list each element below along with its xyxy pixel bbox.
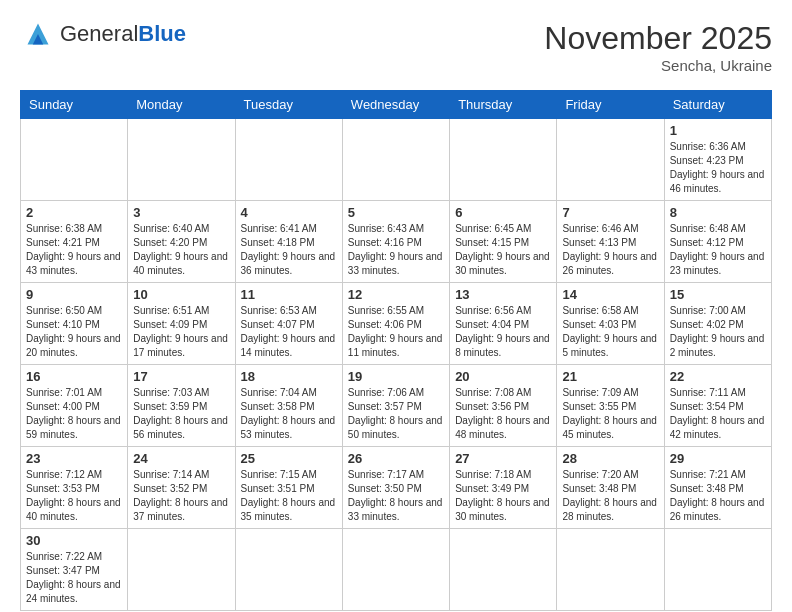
calendar-cell (450, 119, 557, 201)
calendar-cell: 13Sunrise: 6:56 AM Sunset: 4:04 PM Dayli… (450, 283, 557, 365)
day-info: Sunrise: 7:04 AM Sunset: 3:58 PM Dayligh… (241, 386, 337, 442)
calendar-cell: 29Sunrise: 7:21 AM Sunset: 3:48 PM Dayli… (664, 447, 771, 529)
title-block: November 2025 Sencha, Ukraine (544, 20, 772, 74)
weekday-header-friday: Friday (557, 91, 664, 119)
day-number: 6 (455, 205, 551, 220)
calendar-cell (557, 119, 664, 201)
day-number: 11 (241, 287, 337, 302)
calendar-cell: 19Sunrise: 7:06 AM Sunset: 3:57 PM Dayli… (342, 365, 449, 447)
day-info: Sunrise: 6:40 AM Sunset: 4:20 PM Dayligh… (133, 222, 229, 278)
page-header: GeneralBlue November 2025 Sencha, Ukrain… (20, 20, 772, 74)
calendar-cell: 25Sunrise: 7:15 AM Sunset: 3:51 PM Dayli… (235, 447, 342, 529)
day-info: Sunrise: 6:58 AM Sunset: 4:03 PM Dayligh… (562, 304, 658, 360)
calendar-cell: 27Sunrise: 7:18 AM Sunset: 3:49 PM Dayli… (450, 447, 557, 529)
weekday-header-sunday: Sunday (21, 91, 128, 119)
day-info: Sunrise: 7:09 AM Sunset: 3:55 PM Dayligh… (562, 386, 658, 442)
day-number: 12 (348, 287, 444, 302)
calendar-week-row: 9Sunrise: 6:50 AM Sunset: 4:10 PM Daylig… (21, 283, 772, 365)
day-info: Sunrise: 7:08 AM Sunset: 3:56 PM Dayligh… (455, 386, 551, 442)
day-info: Sunrise: 7:17 AM Sunset: 3:50 PM Dayligh… (348, 468, 444, 524)
day-info: Sunrise: 6:45 AM Sunset: 4:15 PM Dayligh… (455, 222, 551, 278)
day-number: 4 (241, 205, 337, 220)
calendar-cell: 7Sunrise: 6:46 AM Sunset: 4:13 PM Daylig… (557, 201, 664, 283)
calendar-week-row: 30Sunrise: 7:22 AM Sunset: 3:47 PM Dayli… (21, 529, 772, 611)
day-info: Sunrise: 7:21 AM Sunset: 3:48 PM Dayligh… (670, 468, 766, 524)
calendar-cell: 15Sunrise: 7:00 AM Sunset: 4:02 PM Dayli… (664, 283, 771, 365)
calendar-cell: 23Sunrise: 7:12 AM Sunset: 3:53 PM Dayli… (21, 447, 128, 529)
day-number: 20 (455, 369, 551, 384)
calendar-cell: 6Sunrise: 6:45 AM Sunset: 4:15 PM Daylig… (450, 201, 557, 283)
calendar-cell (342, 119, 449, 201)
day-number: 30 (26, 533, 122, 548)
day-number: 24 (133, 451, 229, 466)
calendar-week-row: 23Sunrise: 7:12 AM Sunset: 3:53 PM Dayli… (21, 447, 772, 529)
calendar-week-row: 2Sunrise: 6:38 AM Sunset: 4:21 PM Daylig… (21, 201, 772, 283)
day-number: 5 (348, 205, 444, 220)
day-number: 15 (670, 287, 766, 302)
calendar-cell: 10Sunrise: 6:51 AM Sunset: 4:09 PM Dayli… (128, 283, 235, 365)
day-info: Sunrise: 7:00 AM Sunset: 4:02 PM Dayligh… (670, 304, 766, 360)
day-number: 7 (562, 205, 658, 220)
location-subtitle: Sencha, Ukraine (544, 57, 772, 74)
logo-icon (20, 20, 56, 48)
day-number: 26 (348, 451, 444, 466)
day-number: 14 (562, 287, 658, 302)
calendar-cell: 20Sunrise: 7:08 AM Sunset: 3:56 PM Dayli… (450, 365, 557, 447)
day-number: 19 (348, 369, 444, 384)
calendar-cell (128, 529, 235, 611)
day-number: 25 (241, 451, 337, 466)
weekday-header-monday: Monday (128, 91, 235, 119)
day-number: 16 (26, 369, 122, 384)
day-info: Sunrise: 6:51 AM Sunset: 4:09 PM Dayligh… (133, 304, 229, 360)
day-number: 1 (670, 123, 766, 138)
day-number: 9 (26, 287, 122, 302)
day-number: 3 (133, 205, 229, 220)
calendar-cell (557, 529, 664, 611)
calendar-cell: 8Sunrise: 6:48 AM Sunset: 4:12 PM Daylig… (664, 201, 771, 283)
calendar-cell: 26Sunrise: 7:17 AM Sunset: 3:50 PM Dayli… (342, 447, 449, 529)
day-info: Sunrise: 6:56 AM Sunset: 4:04 PM Dayligh… (455, 304, 551, 360)
calendar-cell: 4Sunrise: 6:41 AM Sunset: 4:18 PM Daylig… (235, 201, 342, 283)
day-info: Sunrise: 7:06 AM Sunset: 3:57 PM Dayligh… (348, 386, 444, 442)
day-number: 2 (26, 205, 122, 220)
calendar-cell: 16Sunrise: 7:01 AM Sunset: 4:00 PM Dayli… (21, 365, 128, 447)
calendar-cell: 5Sunrise: 6:43 AM Sunset: 4:16 PM Daylig… (342, 201, 449, 283)
weekday-header-saturday: Saturday (664, 91, 771, 119)
day-number: 22 (670, 369, 766, 384)
calendar-week-row: 16Sunrise: 7:01 AM Sunset: 4:00 PM Dayli… (21, 365, 772, 447)
calendar-cell: 22Sunrise: 7:11 AM Sunset: 3:54 PM Dayli… (664, 365, 771, 447)
weekday-header-tuesday: Tuesday (235, 91, 342, 119)
calendar-cell (235, 119, 342, 201)
calendar-cell: 12Sunrise: 6:55 AM Sunset: 4:06 PM Dayli… (342, 283, 449, 365)
day-info: Sunrise: 6:46 AM Sunset: 4:13 PM Dayligh… (562, 222, 658, 278)
calendar-cell: 1Sunrise: 6:36 AM Sunset: 4:23 PM Daylig… (664, 119, 771, 201)
calendar-cell (342, 529, 449, 611)
day-info: Sunrise: 7:18 AM Sunset: 3:49 PM Dayligh… (455, 468, 551, 524)
calendar-cell: 9Sunrise: 6:50 AM Sunset: 4:10 PM Daylig… (21, 283, 128, 365)
weekday-header-wednesday: Wednesday (342, 91, 449, 119)
logo: GeneralBlue (20, 20, 186, 48)
day-number: 13 (455, 287, 551, 302)
calendar-cell: 14Sunrise: 6:58 AM Sunset: 4:03 PM Dayli… (557, 283, 664, 365)
calendar-cell: 17Sunrise: 7:03 AM Sunset: 3:59 PM Dayli… (128, 365, 235, 447)
day-number: 23 (26, 451, 122, 466)
calendar-cell (235, 529, 342, 611)
day-number: 8 (670, 205, 766, 220)
day-number: 29 (670, 451, 766, 466)
day-number: 10 (133, 287, 229, 302)
month-year-title: November 2025 (544, 20, 772, 57)
calendar-cell: 11Sunrise: 6:53 AM Sunset: 4:07 PM Dayli… (235, 283, 342, 365)
day-info: Sunrise: 7:20 AM Sunset: 3:48 PM Dayligh… (562, 468, 658, 524)
day-info: Sunrise: 7:01 AM Sunset: 4:00 PM Dayligh… (26, 386, 122, 442)
day-number: 21 (562, 369, 658, 384)
day-info: Sunrise: 6:41 AM Sunset: 4:18 PM Dayligh… (241, 222, 337, 278)
day-info: Sunrise: 7:15 AM Sunset: 3:51 PM Dayligh… (241, 468, 337, 524)
weekday-header-thursday: Thursday (450, 91, 557, 119)
calendar-cell (128, 119, 235, 201)
calendar-cell (21, 119, 128, 201)
day-info: Sunrise: 7:11 AM Sunset: 3:54 PM Dayligh… (670, 386, 766, 442)
day-info: Sunrise: 6:50 AM Sunset: 4:10 PM Dayligh… (26, 304, 122, 360)
day-info: Sunrise: 6:48 AM Sunset: 4:12 PM Dayligh… (670, 222, 766, 278)
calendar-cell: 28Sunrise: 7:20 AM Sunset: 3:48 PM Dayli… (557, 447, 664, 529)
calendar-cell: 21Sunrise: 7:09 AM Sunset: 3:55 PM Dayli… (557, 365, 664, 447)
